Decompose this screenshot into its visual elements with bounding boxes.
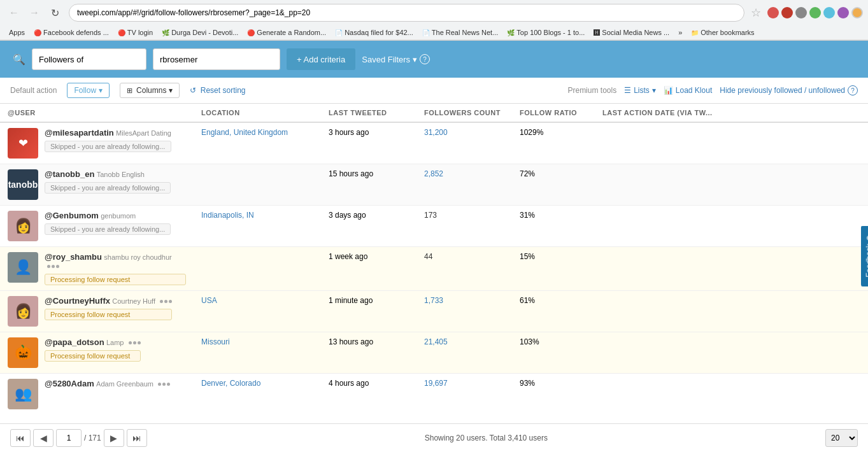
- load-klout-button[interactable]: 📊 Load Klout: [664, 86, 712, 95]
- last-action-cell: [595, 247, 868, 291]
- browser-icon-user: [851, 7, 863, 18]
- location-cell: Indianapolis, IN: [194, 206, 321, 247]
- username-main[interactable]: @CourtneyHuffx: [45, 296, 110, 306]
- bookmark-facebook[interactable]: 🔴 Facebook defends ...: [30, 27, 113, 38]
- lists-arrow: ▾: [652, 86, 656, 95]
- per-page-select[interactable]: 20 50 100: [825, 429, 858, 437]
- user-cell: ❤ @milesapartdatin MilesApart Dating Ski…: [0, 122, 194, 164]
- first-page-button[interactable]: ⏮: [10, 429, 31, 437]
- app-container: 🔍 + Add criteria Saved Filters ▾ ? Defau…: [0, 41, 868, 409]
- bookmark-other[interactable]: 📁 Other bookmarks: [687, 27, 758, 38]
- avatar: ❤: [8, 128, 38, 159]
- hide-followed-button[interactable]: Hide previously followed / unfollowed ?: [720, 85, 858, 95]
- username-input[interactable]: [153, 48, 280, 70]
- last-tweeted-cell: 15 hours ago: [321, 164, 416, 206]
- display-name: shambu roy choudhur: [104, 253, 171, 261]
- bookmark-apps[interactable]: Apps: [5, 27, 29, 38]
- follow-label: Follow: [74, 86, 96, 95]
- bookmark-tv-login[interactable]: 🔴 TV login: [114, 27, 157, 38]
- saved-filters-button[interactable]: Saved Filters ▾ ?: [362, 54, 430, 64]
- followers-count-cell: 173: [416, 206, 512, 247]
- hide-followed-help-icon[interactable]: ?: [848, 85, 858, 95]
- bookmark-facebook-label: Facebook defends ...: [43, 29, 109, 36]
- last-tweeted-cell: 1 minute ago: [321, 291, 416, 332]
- username-main[interactable]: @roy_shambu: [45, 252, 102, 262]
- col-header-last-action: LAST ACTION DATE (VIA TW...: [595, 104, 868, 122]
- lists-button[interactable]: ☰ Lists ▾: [624, 86, 656, 95]
- avatar: 👤: [8, 252, 38, 283]
- username-main[interactable]: @Genbumom: [45, 211, 99, 220]
- bookmark-star-icon[interactable]: ☆: [750, 4, 762, 21]
- columns-dropdown-button[interactable]: ⊞ Columns ▾: [120, 83, 180, 98]
- bookmark-social-media-label: Social Media News ...: [602, 29, 669, 36]
- col-header-last-tweeted: LAST TWEETED: [321, 104, 416, 122]
- load-klout-label: Load Klout: [676, 86, 712, 95]
- username-main[interactable]: @5280Adam: [45, 379, 94, 388]
- bookmark-top100[interactable]: 🌿 Top 100 Blogs - 1 to...: [503, 27, 588, 38]
- last-tweeted-cell: 1 week ago: [321, 247, 416, 291]
- reset-sorting-link[interactable]: ↺ Reset sorting: [190, 86, 245, 95]
- user-info: @roy_shambu shambu roy choudhur Processi…: [45, 252, 186, 285]
- reset-sorting-label: Reset sorting: [201, 86, 246, 95]
- table-row: 👩 @CourtneyHuffx Courtney Huff Processi: [0, 291, 868, 332]
- last-tweeted-cell: 3 days ago: [321, 206, 416, 247]
- nav-buttons: ← → ↻: [5, 4, 64, 22]
- username-main[interactable]: @tanobb_en: [45, 169, 94, 179]
- bookmark-generate[interactable]: 🔴 Generate a Random...: [243, 27, 330, 38]
- search-icon[interactable]: 🔍: [13, 53, 25, 66]
- last-page-button[interactable]: ⏭: [127, 429, 147, 437]
- reset-icon: ↺: [190, 86, 196, 95]
- add-criteria-button[interactable]: + Add criteria: [287, 48, 355, 70]
- follow-ratio-cell: 15%: [512, 247, 595, 291]
- last-action-cell: [595, 332, 868, 374]
- last-action-cell: [595, 374, 868, 410]
- apps-label: Apps: [9, 29, 25, 36]
- back-button[interactable]: ←: [5, 4, 23, 22]
- bookmark-social-media[interactable]: 🅷 Social Media News ...: [590, 27, 673, 38]
- followers-of-input[interactable]: [32, 48, 146, 70]
- other-bookmarks-favicon: 📁: [691, 29, 699, 36]
- user-info: @5280Adam Adam Greenbaum: [45, 379, 170, 388]
- user-info: @milesapartdatin MilesApart Dating Skipp…: [45, 128, 171, 152]
- forward-button[interactable]: →: [25, 4, 43, 22]
- feedback-tab[interactable]: Feedback ⚙: [861, 226, 868, 286]
- hide-followed-label: Hide previously followed / unfollowed: [720, 86, 845, 95]
- col-header-follow-ratio: FOLLOW RATIO: [512, 104, 595, 122]
- browser-icon-red1: [767, 7, 779, 18]
- followers-count-cell: 2,852: [416, 164, 512, 206]
- filter-help-icon[interactable]: ?: [420, 54, 430, 64]
- bookmark-nasdaq[interactable]: 📄 Nasdaq filed for $42...: [331, 27, 417, 38]
- page-number-input[interactable]: [56, 429, 82, 437]
- address-bar[interactable]: [69, 4, 744, 22]
- location-cell: Missouri: [194, 332, 321, 374]
- avatar: 🎃: [8, 337, 38, 368]
- display-name: genbumom: [101, 212, 136, 220]
- reload-button[interactable]: ↻: [46, 4, 64, 22]
- last-action-cell: [595, 291, 868, 332]
- pagination-bar: ⏮ ◀ / 171 ▶ ⏭ Showing 20 users. Total 3,…: [0, 423, 868, 437]
- browser-icon-green: [809, 7, 821, 18]
- status-badge: Processing follow request: [45, 350, 141, 362]
- table-row: ❤ @milesapartdatin MilesApart Dating Ski…: [0, 122, 868, 164]
- bookmark-durga[interactable]: 🌿 Durga Devi - Devoti...: [158, 27, 242, 38]
- follow-ratio-cell: 93%: [512, 374, 595, 410]
- prev-page-button[interactable]: ◀: [33, 429, 53, 437]
- status-badge: Skipped - you are already following...: [45, 223, 171, 235]
- bookmark-more[interactable]: »: [674, 27, 686, 38]
- bookmark-bar: Apps 🔴 Facebook defends ... 🔴 TV login 🌿…: [0, 25, 868, 40]
- followers-count-cell: 1,733: [416, 291, 512, 332]
- follow-dropdown-button[interactable]: Follow ▾: [67, 83, 110, 98]
- browser-icon-red2: [781, 7, 793, 18]
- top100-favicon: 🌿: [507, 29, 515, 36]
- display-name: Courtney Huff: [112, 297, 155, 305]
- next-page-button[interactable]: ▶: [104, 429, 124, 437]
- user-info: @tanobb_en Tanobb English Skipped - you …: [45, 169, 171, 194]
- user-info: @papa_dotson Lamp Processing follow requ…: [45, 337, 141, 362]
- user-cell: 👩 @Genbumom genbumom Skipped - you are a…: [0, 206, 194, 247]
- username-main[interactable]: @milesapartdatin: [45, 128, 114, 138]
- followers-count-cell: 21,405: [416, 332, 512, 374]
- bookmark-real-news[interactable]: 📄 The Real News Net...: [418, 27, 502, 38]
- username-main[interactable]: @papa_dotson: [45, 337, 104, 347]
- user-cell: tanobb @tanobb_en Tanobb English Skipped…: [0, 164, 194, 206]
- table-row: 👩 @Genbumom genbumom Skipped - you are a…: [0, 206, 868, 247]
